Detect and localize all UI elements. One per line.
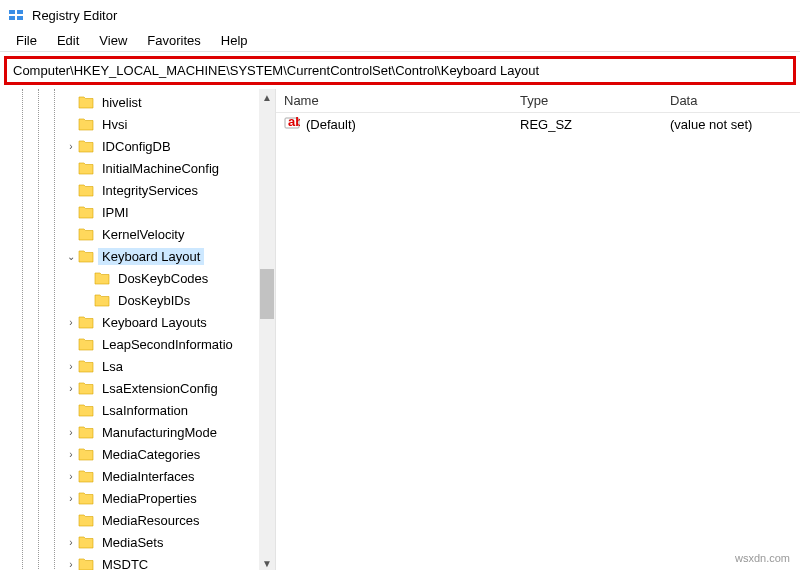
tree-item[interactable]: ›IDConfigDB	[0, 135, 259, 157]
tree-item[interactable]: ›LeapSecondInformatio	[0, 333, 259, 355]
folder-icon	[94, 293, 110, 307]
tree-item-label: IntegrityServices	[98, 182, 202, 199]
folder-icon	[78, 403, 94, 417]
expander-icon[interactable]: ›	[64, 471, 78, 482]
tree-item-label: DosKeybCodes	[114, 270, 212, 287]
tree-item-label: ManufacturingMode	[98, 424, 221, 441]
folder-icon	[78, 535, 94, 549]
tree-item[interactable]: ›MediaResources	[0, 509, 259, 531]
folder-icon	[78, 183, 94, 197]
tree-item-label: IPMI	[98, 204, 133, 221]
tree-item-label: Keyboard Layouts	[98, 314, 211, 331]
expander-icon[interactable]: ›	[64, 317, 78, 328]
tree-item-label: MediaResources	[98, 512, 204, 529]
tree-item-label: MediaInterfaces	[98, 468, 199, 485]
folder-icon	[78, 469, 94, 483]
column-header-type[interactable]: Type	[512, 93, 662, 108]
tree-item-label: Hvsi	[98, 116, 131, 133]
tree-item[interactable]: ›Hvsi	[0, 113, 259, 135]
tree-item[interactable]: ›LsaExtensionConfig	[0, 377, 259, 399]
menu-view[interactable]: View	[91, 31, 135, 50]
tree-item-label: DosKeybIDs	[114, 292, 194, 309]
svg-text:ab: ab	[288, 115, 300, 129]
expander-icon[interactable]: ›	[64, 141, 78, 152]
tree-item[interactable]: ›Keyboard Layouts	[0, 311, 259, 333]
expander-icon[interactable]: ›	[64, 383, 78, 394]
menu-file[interactable]: File	[8, 31, 45, 50]
scroll-down-arrow[interactable]: ▼	[259, 555, 275, 570]
svg-rect-3	[17, 16, 23, 20]
main-content: ›hivelist›Hvsi›IDConfigDB›InitialMachine…	[0, 89, 800, 570]
expander-icon[interactable]: ›	[64, 493, 78, 504]
tree-item[interactable]: ›MediaInterfaces	[0, 465, 259, 487]
folder-icon	[94, 271, 110, 285]
tree-item-label: LsaInformation	[98, 402, 192, 419]
scroll-up-arrow[interactable]: ▲	[259, 89, 275, 105]
list-row[interactable]: ab (Default) REG_SZ (value not set)	[276, 113, 800, 135]
menu-edit[interactable]: Edit	[49, 31, 87, 50]
folder-icon	[78, 227, 94, 241]
menu-help[interactable]: Help	[213, 31, 256, 50]
folder-icon	[78, 315, 94, 329]
tree-item[interactable]: ›DosKeybIDs	[0, 289, 259, 311]
folder-icon	[78, 161, 94, 175]
expander-icon[interactable]: ›	[64, 559, 78, 570]
addressbar-container: Computer\HKEY_LOCAL_MACHINE\SYSTEM\Curre…	[0, 52, 800, 89]
tree-scrollbar[interactable]: ▲ ▼	[259, 89, 275, 570]
regedit-icon	[8, 7, 24, 23]
tree-item[interactable]: ›DosKeybCodes	[0, 267, 259, 289]
tree-item[interactable]: ›MediaProperties	[0, 487, 259, 509]
addressbar[interactable]: Computer\HKEY_LOCAL_MACHINE\SYSTEM\Curre…	[4, 56, 796, 85]
folder-icon	[78, 491, 94, 505]
tree-item-label: MSDTC	[98, 556, 152, 571]
svg-rect-2	[9, 16, 15, 20]
expander-icon[interactable]: ⌄	[64, 251, 78, 262]
expander-icon[interactable]: ›	[64, 449, 78, 460]
folder-icon	[78, 513, 94, 527]
tree-item[interactable]: ›KernelVelocity	[0, 223, 259, 245]
tree-item[interactable]: ›IPMI	[0, 201, 259, 223]
tree-item[interactable]: ›MSDTC	[0, 553, 259, 570]
tree-item-label: LeapSecondInformatio	[98, 336, 237, 353]
value-data: (value not set)	[662, 117, 800, 132]
folder-icon	[78, 447, 94, 461]
expander-icon[interactable]: ›	[64, 537, 78, 548]
tree-item-label: MediaSets	[98, 534, 167, 551]
value-name: (Default)	[306, 117, 356, 132]
folder-icon	[78, 359, 94, 373]
list-pane: Name Type Data ab (Default) REG_SZ (valu…	[276, 89, 800, 570]
window-title: Registry Editor	[32, 8, 117, 23]
expander-icon[interactable]: ›	[64, 427, 78, 438]
column-header-name[interactable]: Name	[276, 93, 512, 108]
folder-icon	[78, 117, 94, 131]
tree-item[interactable]: ›MediaCategories	[0, 443, 259, 465]
folder-icon	[78, 205, 94, 219]
folder-icon	[78, 139, 94, 153]
string-value-icon: ab	[284, 115, 300, 134]
column-header-data[interactable]: Data	[662, 93, 800, 108]
tree-view[interactable]: ›hivelist›Hvsi›IDConfigDB›InitialMachine…	[0, 89, 259, 570]
tree-item[interactable]: ›InitialMachineConfig	[0, 157, 259, 179]
folder-icon	[78, 557, 94, 570]
tree-item-label: IDConfigDB	[98, 138, 175, 155]
folder-icon	[78, 95, 94, 109]
svg-rect-1	[17, 10, 23, 14]
tree-item-label: MediaProperties	[98, 490, 201, 507]
tree-item[interactable]: ›LsaInformation	[0, 399, 259, 421]
tree-item[interactable]: ›ManufacturingMode	[0, 421, 259, 443]
folder-icon	[78, 249, 94, 263]
tree-item[interactable]: ⌄Keyboard Layout	[0, 245, 259, 267]
menubar: File Edit View Favorites Help	[0, 30, 800, 52]
tree-item-label: hivelist	[98, 94, 146, 111]
tree-item[interactable]: ›MediaSets	[0, 531, 259, 553]
tree-item-label: MediaCategories	[98, 446, 204, 463]
expander-icon[interactable]: ›	[64, 361, 78, 372]
watermark: wsxdn.com	[735, 552, 790, 564]
svg-rect-0	[9, 10, 15, 14]
tree-item[interactable]: ›hivelist	[0, 91, 259, 113]
tree-item-label: LsaExtensionConfig	[98, 380, 222, 397]
tree-item[interactable]: ›Lsa	[0, 355, 259, 377]
tree-item[interactable]: ›IntegrityServices	[0, 179, 259, 201]
scroll-thumb[interactable]	[260, 269, 274, 319]
menu-favorites[interactable]: Favorites	[139, 31, 208, 50]
